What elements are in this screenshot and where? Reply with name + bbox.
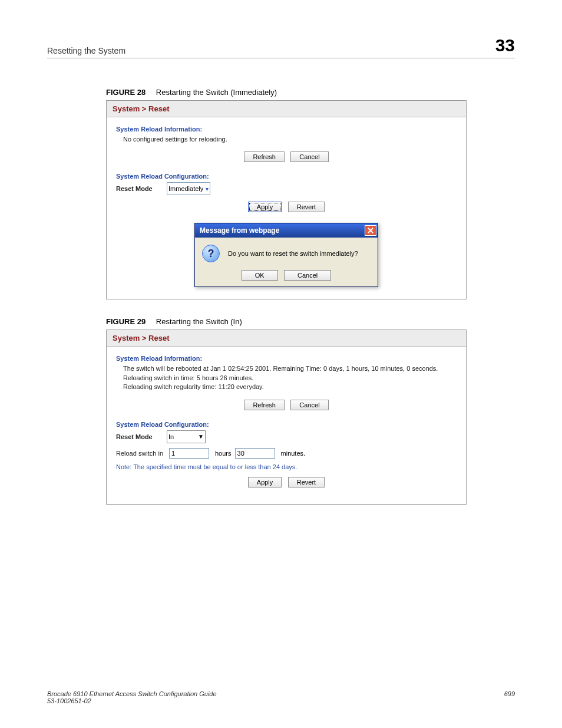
refresh-button[interactable]: Refresh [244,151,285,162]
apply-button-29[interactable]: Apply [248,477,282,487]
figure29-caption: FIGURE 29 Restarting the Switch (In) [106,317,515,326]
hours-input[interactable] [169,448,209,459]
reset-mode-value-29: In [168,433,174,440]
figure28-panel: System > Reset System Reload Information… [106,100,467,299]
reload-info-heading-29: System Reload Information: [116,355,457,362]
reset-mode-select[interactable]: Immediately ▾ [167,182,210,195]
close-icon [368,228,373,233]
chevron-down-icon: ▾ [206,186,209,192]
dialog-message: Do you want to reset the switch immediat… [228,250,358,257]
page-number: 699 [504,690,515,704]
dialog-ok-button[interactable]: OK [242,270,278,281]
dialog-cancel-button[interactable]: Cancel [284,270,331,281]
info-line1: The switch will be rebooted at Jan 1 02:… [123,364,457,373]
footer-doc-title: Brocade 6910 Ethernet Access Switch Conf… [47,690,217,697]
minutes-input[interactable] [235,448,275,459]
minutes-label: minutes. [281,450,306,457]
reset-mode-select-29[interactable]: In ▼ [167,430,206,443]
running-header: Resetting the System 33 [47,35,515,58]
reload-info-heading: System Reload Information: [116,126,457,133]
close-button[interactable] [365,225,376,236]
figure29-text: Restarting the Switch (In) [156,317,242,326]
apply-button[interactable]: Apply [248,202,282,212]
chevron-down-icon: ▼ [198,433,204,440]
figure29-panel: System > Reset System Reload Information… [106,330,467,504]
hours-label: hours [215,450,232,457]
figure28-text: Restarting the Switch (Immediately) [156,88,277,97]
panel28-title: System > Reset [107,101,466,117]
reset-mode-label: Reset Mode [116,185,167,192]
reload-switch-in-label: Reload switch in [116,450,167,457]
panel29-title: System > Reset [107,330,466,347]
page-footer: Brocade 6910 Ethernet Access Switch Conf… [47,690,515,704]
info-line3: Reloading switch regularity time: 11:20 … [123,383,457,391]
reload-info-text: No configured settings for reloading. [123,135,457,144]
figure28-label: FIGURE 28 [106,88,146,97]
revert-button-29[interactable]: Revert [288,477,325,487]
chapter-number: 33 [495,35,515,55]
reset-mode-label-29: Reset Mode [116,433,167,440]
figure28-caption: FIGURE 28 Restarting the Switch (Immedia… [106,88,515,97]
refresh-button-29[interactable]: Refresh [244,400,285,410]
confirm-dialog: Message from webpage ? Do you want to re… [194,223,378,287]
question-icon: ? [202,245,220,262]
reload-config-heading-29: System Reload Configuration: [116,421,457,428]
reload-config-heading: System Reload Configuration: [116,173,457,180]
section-title: Resetting the System [47,46,125,55]
footer-doc-id: 53-1002651-02 [47,697,217,704]
reload-info-text-29: The switch will be rebooted at Jan 1 02:… [123,364,457,391]
dialog-titlebar: Message from webpage [195,223,378,238]
figure29-label: FIGURE 29 [106,317,146,326]
info-line2: Reloading switch in time: 5 hours 26 min… [123,374,457,383]
dialog-title-text: Message from webpage [200,226,279,235]
cancel-button-29[interactable]: Cancel [290,400,328,410]
revert-button[interactable]: Revert [288,202,325,212]
time-note: Note: The specified time must be equal t… [116,463,457,470]
cancel-button[interactable]: Cancel [290,151,328,162]
reset-mode-value: Immediately [168,185,203,192]
